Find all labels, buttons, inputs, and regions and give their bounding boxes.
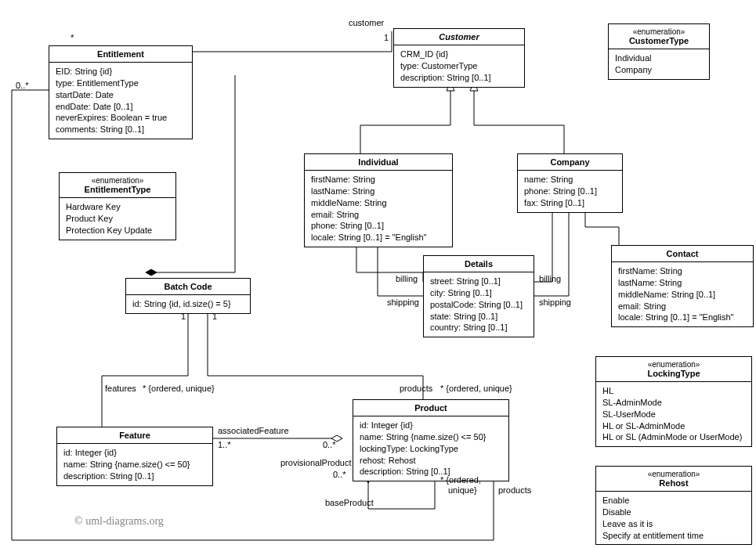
- attribute-line: HL: [602, 385, 745, 397]
- attrs-batch-code: id: String {id, id.size() = 5}: [126, 295, 250, 313]
- label-batch-one2: 1: [212, 312, 217, 321]
- label-features: features: [105, 384, 136, 393]
- attrs-customer: CRM_ID {id}type: CustomerTypedescription…: [394, 45, 524, 87]
- attribute-line: type: CustomerType: [400, 60, 518, 72]
- label-products-constraint: * {ordered, unique}: [440, 384, 512, 393]
- attribute-line: name: String: [524, 174, 616, 186]
- attrs-contact: firstName: StringlastName: StringmiddleN…: [612, 262, 753, 326]
- attribute-line: id: Integer {id}: [63, 447, 206, 459]
- attribute-line: description: String [0..1]: [400, 72, 518, 84]
- attribute-line: Hardware Key: [66, 201, 169, 213]
- class-locking-type: «enumeration» LockingType HLSL-AdminMode…: [595, 356, 752, 447]
- locking-type-title-text: LockingType: [647, 369, 700, 378]
- attribute-line: SL-UserMode: [602, 409, 745, 420]
- class-entitlement: Entitlement EID: String {id}type: Entitl…: [49, 45, 193, 139]
- stereotype-customer-type: «enumeration»: [615, 27, 703, 36]
- class-entitlement-type: «enumeration» EntitlementType Hardware K…: [59, 172, 176, 240]
- class-contact: Contact firstName: StringlastName: Strin…: [611, 245, 754, 327]
- attribute-line: Product Key: [66, 213, 169, 225]
- label-ent-zeromany: 0..*: [16, 81, 29, 90]
- attribute-line: middleName: String: [311, 197, 446, 209]
- attrs-product: id: Integer {id}name: String {name.size(…: [353, 416, 508, 481]
- entitlement-type-title-text: EntitlementType: [85, 185, 151, 194]
- attribute-line: HL or SL (AdminMode or UserMode): [602, 431, 745, 443]
- label-self-products: products: [498, 485, 531, 495]
- label-billing1: billing: [396, 274, 418, 283]
- attrs-company: name: Stringphone: String [0..1]fax: Str…: [518, 171, 622, 212]
- attribute-line: Leave as it is: [602, 518, 745, 530]
- attribute-line: lastName: String: [618, 277, 747, 289]
- attribute-line: email: String: [618, 301, 747, 312]
- attribute-line: lastName: String: [311, 186, 446, 197]
- attribute-line: endDate: Date [0..1]: [56, 101, 186, 113]
- label-assoc-prod-mult: 0..*: [323, 440, 336, 449]
- attribute-line: description: String [0..1]: [63, 470, 206, 482]
- attribute-line: Disable: [602, 507, 745, 518]
- title-locking-type: «enumeration» LockingType: [596, 357, 751, 382]
- label-shipping1: shipping: [387, 297, 419, 307]
- label-ent-star: *: [71, 33, 74, 42]
- attribute-line: Enable: [602, 495, 745, 507]
- attrs-entitlement: EID: String {id}type: EntitlementTypesta…: [49, 63, 192, 139]
- attribute-line: phone: String [0..1]: [524, 186, 616, 197]
- customer-type-title-text: CustomerType: [629, 36, 689, 45]
- attribute-line: type: EntitlementType: [56, 78, 186, 89]
- attribute-line: firstName: String: [311, 174, 446, 186]
- attribute-line: HL or SL-AdminMode: [602, 420, 745, 432]
- attribute-line: EID: String {id}: [56, 66, 186, 78]
- attribute-line: SL-AdminMode: [602, 397, 745, 409]
- title-batch-code: Batch Code: [126, 279, 250, 295]
- attrs-rehost: EnableDisableLeave as it isSpecify at en…: [596, 492, 751, 544]
- label-features-constraint: * {ordered, unique}: [143, 384, 215, 393]
- label-self-constraint2: unique}: [448, 485, 477, 495]
- attribute-line: firstName: String: [618, 265, 747, 277]
- label-provisional-mult: 0..*: [333, 470, 346, 479]
- attribute-line: name: String {name.size() <= 50}: [360, 431, 502, 443]
- attribute-line: street: String [0..1]: [430, 276, 527, 287]
- title-feature: Feature: [57, 427, 212, 444]
- attribute-line: id: String {id, id.size() = 5}: [132, 298, 244, 310]
- stereotype-rehost: «enumeration»: [602, 470, 745, 478]
- label-associated-feature: associatedFeature: [218, 426, 289, 435]
- attribute-line: lockingType: LockingType: [360, 443, 502, 455]
- attribute-line: Company: [615, 64, 703, 76]
- class-batch-code: Batch Code id: String {id, id.size() = 5…: [125, 278, 251, 314]
- title-rehost: «enumeration» Rehost: [596, 467, 751, 492]
- title-details: Details: [424, 256, 534, 272]
- class-customer: Customer CRM_ID {id}type: CustomerTypede…: [393, 28, 525, 88]
- attrs-locking-type: HLSL-AdminModeSL-UserModeHL or SL-AdminM…: [596, 382, 751, 446]
- attribute-line: CRM_ID {id}: [400, 49, 518, 60]
- class-product: Product id: Integer {id}name: String {na…: [353, 399, 509, 481]
- class-company: Company name: Stringphone: String [0..1]…: [517, 153, 623, 213]
- attrs-entitlement-type: Hardware KeyProduct KeyProtection Key Up…: [60, 198, 175, 240]
- attribute-line: id: Integer {id}: [360, 420, 502, 431]
- attribute-line: phone: String [0..1]: [311, 220, 446, 232]
- label-shipping2: shipping: [539, 297, 571, 307]
- title-entitlement: Entitlement: [49, 46, 192, 63]
- attribute-line: neverExpires: Boolean = true: [56, 112, 186, 124]
- label-self-constraint1: * {ordered,: [440, 475, 481, 485]
- title-customer-type: «enumeration» CustomerType: [609, 24, 709, 49]
- attrs-individual: firstName: StringlastName: StringmiddleN…: [305, 171, 452, 247]
- attribute-line: email: String: [311, 209, 446, 221]
- attribute-line: middleName: String [0..1]: [618, 289, 747, 301]
- attribute-line: name: String {name.size() <= 50}: [63, 459, 206, 470]
- attrs-feature: id: Integer {id}name: String {name.size(…: [57, 444, 212, 485]
- attribute-line: locale: String [0..1] = "English": [311, 232, 446, 243]
- label-customer-mult: 1: [384, 33, 389, 42]
- attribute-line: state: String [0..1]: [430, 311, 527, 323]
- attribute-line: city: String [0..1]: [430, 287, 527, 299]
- class-rehost: «enumeration» Rehost EnableDisableLeave …: [595, 466, 752, 545]
- title-product: Product: [353, 400, 508, 416]
- attribute-line: locale: String [0..1] = "English": [618, 312, 747, 323]
- label-products: products: [400, 384, 432, 393]
- attribute-line: Specify at entitlement time: [602, 530, 745, 542]
- label-customer-role: customer: [349, 18, 384, 27]
- attribute-line: Individual: [615, 52, 703, 64]
- attribute-line: Protection Key Update: [66, 225, 169, 236]
- label-batch-one1: 1: [181, 312, 186, 321]
- title-company: Company: [518, 154, 622, 171]
- title-contact: Contact: [612, 246, 753, 262]
- class-details: Details street: String [0..1]city: Strin…: [423, 255, 534, 337]
- attrs-customer-type: IndividualCompany: [609, 49, 709, 79]
